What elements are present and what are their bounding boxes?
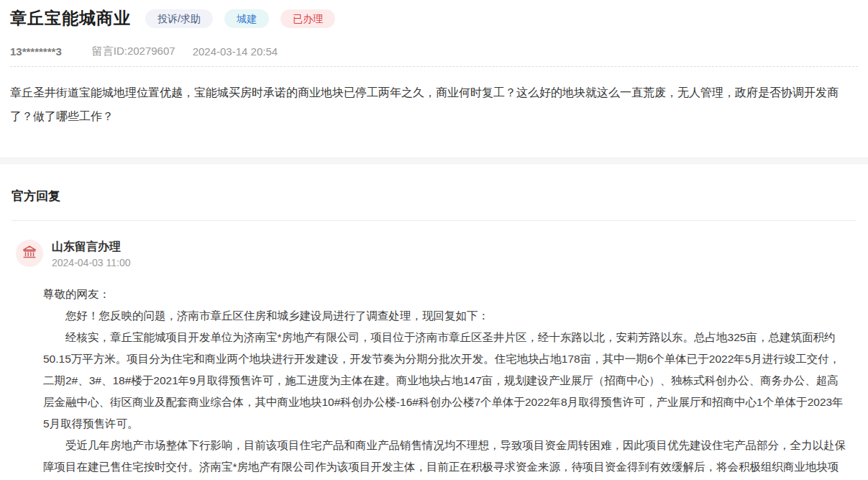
- agency-name: 山东留言办理: [52, 240, 131, 254]
- tag-category[interactable]: 城建: [224, 9, 269, 28]
- reply-body: 尊敬的网友： 您好！您反映的问题，济南市章丘区住房和城乡建设局进行了调查处理，现…: [43, 284, 846, 480]
- agency-avatar: [16, 240, 43, 267]
- message-timestamp: 2024-03-14 20:54: [193, 45, 278, 58]
- reply-section-title: 官方回复: [12, 188, 856, 204]
- question-section: 章丘宝能城商业 投诉/求助 城建 已办理 13********3 留言ID:20…: [0, 0, 868, 128]
- message-meta: 13********3 留言ID:20279607 2024-03-14 20:…: [10, 45, 858, 58]
- reply-timestamp: 2024-04-03 11:00: [52, 257, 131, 268]
- tag-list: 投诉/求助 城建 已办理: [145, 9, 335, 28]
- dashed-divider: [10, 66, 858, 67]
- reply-paragraph: 经核实，章丘宝能城项目开发单位为济南宝*房地产有限公司，项目位于济南市章丘区圣井…: [43, 327, 846, 435]
- section-separator-band: [0, 158, 868, 164]
- reply-header: 山东留言办理 2024-04-03 11:00: [12, 240, 856, 268]
- reply-paragraph: 您好！您反映的问题，济南市章丘区住房和城乡建设局进行了调查处理，现回复如下：: [43, 305, 846, 327]
- reply-paragraph: 受近几年房地产市场整体下行影响，目前该项目住宅产品和商业产品销售情况均不理想，导…: [43, 435, 846, 480]
- message-id: 留言ID:20279607: [92, 45, 175, 58]
- reply-title-divider: [12, 220, 856, 221]
- tag-status[interactable]: 已办理: [280, 9, 335, 28]
- reply-paragraph: 尊敬的网友：: [43, 284, 846, 305]
- question-body: 章丘圣井街道宝能城地理位置优越，宝能城买房时承诺的商业地块已停工两年之久，商业何…: [10, 81, 858, 128]
- official-reply-section: 官方回复 山东留言办理 2024-04-03 11:00 尊敬的网友： 您: [0, 188, 868, 480]
- agency-block: 山东留言办理 2024-04-03 11:00: [52, 240, 131, 268]
- tag-complaint[interactable]: 投诉/求助: [145, 9, 213, 28]
- title-row: 章丘宝能城商业 投诉/求助 城建 已办理: [10, 7, 858, 30]
- government-building-icon: [22, 244, 37, 263]
- author-phone: 13********3: [10, 45, 62, 58]
- page-title: 章丘宝能城商业: [10, 7, 131, 30]
